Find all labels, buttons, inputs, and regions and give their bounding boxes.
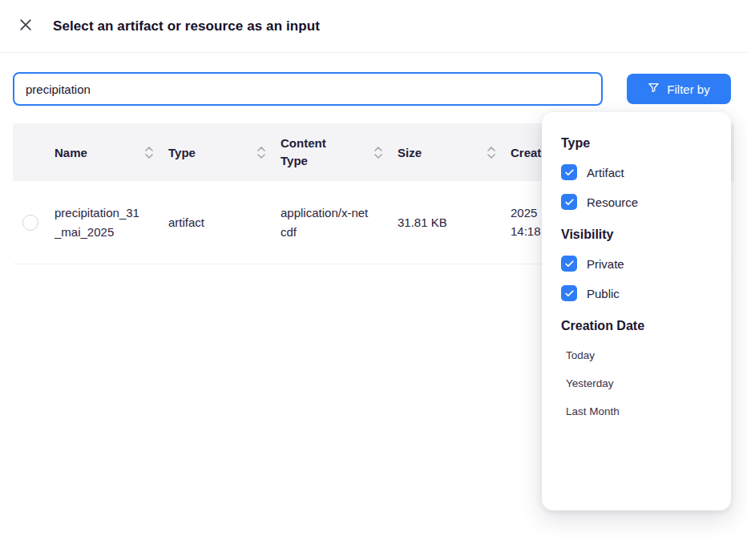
row-type-cell: artifact xyxy=(168,216,281,229)
radio-button[interactable] xyxy=(22,215,38,231)
column-header-label: Type xyxy=(168,146,196,159)
column-header-select xyxy=(13,123,55,181)
filter-option-label: Private xyxy=(587,257,624,271)
artifact-name: precipitation_31_mai_2025 xyxy=(55,203,144,241)
checkbox-checked-icon[interactable] xyxy=(561,194,577,210)
search-input[interactable] xyxy=(13,72,603,106)
row-size-cell: 31.81 KB xyxy=(398,216,511,229)
filter-section-type: Type Artifact Resource xyxy=(561,136,712,210)
modal-title: Select an artifact or resource as an inp… xyxy=(53,18,320,34)
sort-arrows-icon[interactable] xyxy=(374,146,383,159)
filter-by-button[interactable]: Filter by xyxy=(627,74,731,104)
row-name-cell: precipitation_31_mai_2025 xyxy=(55,203,168,241)
filter-option-private[interactable]: Private xyxy=(561,256,712,272)
row-content-type-cell: application/x-netcdf xyxy=(281,203,398,241)
filter-funnel-icon xyxy=(648,82,660,96)
filter-option-artifact[interactable]: Artifact xyxy=(561,164,712,180)
column-header-label: Content Type xyxy=(281,135,338,170)
select-artifact-modal: Select an artifact or resource as an inp… xyxy=(0,0,747,264)
checkbox-checked-icon[interactable] xyxy=(561,256,577,272)
filter-panel: Type Artifact Resource Visibility Pri xyxy=(542,112,731,510)
filter-section-creation-date: Creation Date Today Yesterday Last Month xyxy=(561,319,712,417)
column-header-size[interactable]: Size xyxy=(398,123,511,181)
row-select-cell xyxy=(13,215,55,231)
artifact-content-type: application/x-netcdf xyxy=(281,203,370,241)
close-icon xyxy=(18,17,34,35)
artifact-type: artifact xyxy=(168,216,204,229)
sort-arrows-icon[interactable] xyxy=(487,146,496,159)
filter-date-yesterday[interactable]: Yesterday xyxy=(561,377,712,389)
filter-by-label: Filter by xyxy=(667,83,709,96)
column-header-type[interactable]: Type xyxy=(168,123,281,181)
checkbox-checked-icon[interactable] xyxy=(561,164,577,180)
filter-option-label: Artifact xyxy=(587,166,624,179)
filter-option-label: Resource xyxy=(587,195,638,209)
column-header-label: Size xyxy=(398,146,422,159)
artifact-size: 31.81 KB xyxy=(398,216,447,229)
column-header-content-type[interactable]: Content Type xyxy=(281,123,398,181)
filter-section-title: Type xyxy=(561,136,712,151)
filter-section-visibility: Visibility Private Public xyxy=(561,228,712,301)
toolbar: Filter by xyxy=(0,53,747,117)
filter-date-today[interactable]: Today xyxy=(561,349,712,361)
checkbox-checked-icon[interactable] xyxy=(561,285,577,301)
column-header-name[interactable]: Name xyxy=(55,123,168,181)
sort-arrows-icon[interactable] xyxy=(256,146,266,159)
filter-section-title: Creation Date xyxy=(561,319,712,333)
filter-option-resource[interactable]: Resource xyxy=(561,194,712,210)
filter-section-title: Visibility xyxy=(561,228,712,242)
sort-arrows-icon[interactable] xyxy=(144,146,154,159)
modal-header: Select an artifact or resource as an inp… xyxy=(0,0,747,53)
filter-option-public[interactable]: Public xyxy=(561,285,712,301)
close-button[interactable] xyxy=(14,15,37,38)
column-header-label: Name xyxy=(55,146,87,159)
filter-date-last-month[interactable]: Last Month xyxy=(561,405,712,417)
filter-option-label: Public xyxy=(587,287,620,300)
